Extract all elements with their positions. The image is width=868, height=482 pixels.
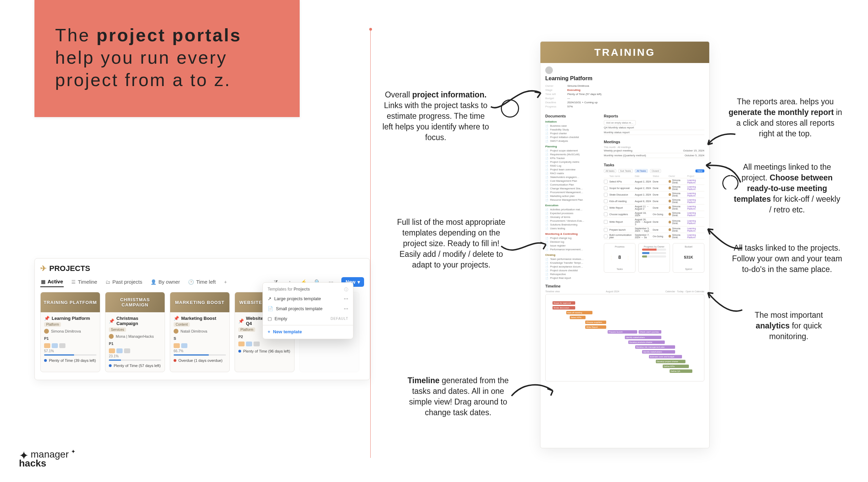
project-card[interactable]: MARKETING BOOST 📌Marketing Boost Content…: [170, 292, 230, 372]
doc-item[interactable]: Resource Management Plan: [545, 198, 600, 202]
card-name: Learning Platform: [52, 316, 90, 321]
meetings-filter[interactable]: This month: [604, 146, 616, 148]
doc-item[interactable]: Requirements (MoSCoW): [545, 153, 600, 156]
doc-item[interactable]: Knowledge Transfer Templ…: [545, 261, 600, 265]
badge-icon: [246, 342, 252, 346]
ann-timeline: Timeline generated from the tasks and da…: [406, 375, 510, 418]
doc-item[interactable]: Procurement / Vendors Eva…: [545, 219, 600, 223]
doc-item[interactable]: Stakeholders engagem…: [545, 175, 600, 179]
info-icon[interactable]: ⓘ: [344, 287, 348, 293]
tpl-small[interactable]: 📄Small projects template⋯: [263, 304, 353, 314]
checkbox[interactable]: [604, 199, 608, 203]
badge-icon: [124, 348, 130, 353]
vertical-divider: [370, 29, 371, 458]
card-category: Platform: [238, 327, 255, 332]
table-row[interactable]: Kick-off meetingAugust 8, 2024DoneSimona…: [604, 198, 704, 205]
add-report-button[interactable]: Add an empty status re…: [604, 120, 636, 125]
tpl-large[interactable]: ↗Large projects template⋯: [263, 294, 353, 304]
doc-item[interactable]: Project final report: [545, 276, 600, 280]
tl-open[interactable]: Open in Calendar: [685, 290, 704, 293]
table-row[interactable]: Select KPIsAugust 2, 2024DoneSimona Dimi…: [604, 178, 704, 185]
more-icon[interactable]: ⋯: [344, 296, 348, 301]
doc-item[interactable]: Decision log: [545, 240, 600, 244]
tab-add[interactable]: +: [223, 277, 227, 287]
checkbox[interactable]: [604, 206, 608, 210]
report-row[interactable]: Monthly status report: [604, 130, 704, 135]
checkbox[interactable]: [604, 180, 608, 184]
doc-item[interactable]: Activities prioritization mat…: [545, 208, 600, 211]
doc-item[interactable]: KPIs Tracker: [545, 156, 600, 160]
tpl-new[interactable]: +New template: [263, 327, 353, 337]
tpl-empty[interactable]: ▢EmptyDEFAULT: [263, 314, 353, 324]
checkbox[interactable]: [604, 212, 608, 216]
doc-item[interactable]: Cost Management Plan: [545, 179, 600, 183]
doc-item[interactable]: Procurement Management…: [545, 190, 600, 194]
doc-item[interactable]: Project team overview: [545, 168, 600, 171]
doc-item[interactable]: Glossary of terms: [545, 215, 600, 219]
doc-item[interactable]: Project closure checklist: [545, 269, 600, 272]
table-row[interactable]: Write ReportAugust 11 → August 2DoneSimo…: [604, 205, 704, 211]
checkbox[interactable]: [604, 228, 608, 232]
tab-timeline[interactable]: ☰Timeline: [71, 277, 98, 287]
doc-item[interactable]: Project scope statement: [545, 149, 600, 153]
meeting-row[interactable]: Weekly project meetingOctober 15, 2024: [604, 148, 704, 153]
doc-item[interactable]: Business case: [545, 124, 600, 128]
sec-meetings: Meetings: [604, 140, 704, 144]
table-row[interactable]: Strate DiscussionAugust 2, 2024DoneSimon…: [604, 191, 704, 198]
checkbox[interactable]: [604, 186, 608, 190]
avatar-icon: [669, 228, 671, 231]
meetings-count[interactable]: All meetings: [618, 146, 631, 148]
card-timeleft: Plenty of Time (39 days left): [49, 358, 96, 363]
task-filter[interactable]: All Tasks: [635, 169, 648, 173]
doc-item[interactable]: Project acceptance docum…: [545, 265, 600, 269]
checkbox[interactable]: [604, 193, 608, 197]
doc-item[interactable]: Project change log: [545, 236, 600, 240]
checkbox[interactable]: [604, 220, 608, 224]
doc-item[interactable]: Solutions Brainstorming: [545, 223, 600, 227]
chart-budget: Budget $31K Spend: [673, 243, 704, 273]
task-new-button[interactable]: New: [695, 169, 704, 172]
doc-item[interactable]: Project charter: [545, 132, 600, 135]
tab-timeleft[interactable]: 🕑Time left: [187, 277, 216, 287]
doc-item[interactable]: SWOT Analysis: [545, 139, 600, 143]
task-filter[interactable]: Sub Tasks: [618, 169, 633, 173]
doc-item[interactable]: Change Management Stra…: [545, 187, 600, 190]
table-row[interactable]: Scope for approvalAugust 2, 2024DoneSimo…: [604, 185, 704, 191]
timeline-chart[interactable]: Scope for approval Strate discussion Kic…: [545, 294, 704, 381]
doc-item[interactable]: Project Complexity metrix: [545, 160, 600, 164]
tab-past[interactable]: 🗂Past projects: [105, 277, 143, 287]
phase-execution: Execution: [545, 204, 600, 207]
doc-item[interactable]: Issue register: [545, 244, 600, 248]
task-filter[interactable]: Closed: [650, 169, 661, 173]
tab-active[interactable]: ▦Active: [40, 276, 64, 287]
tl-calendar[interactable]: Calendar: [665, 290, 675, 293]
tab-byowner[interactable]: 👤By owner: [150, 277, 181, 287]
popover-header: Templates for Projects ⓘ: [263, 285, 353, 294]
status-dot-icon: [174, 359, 176, 362]
more-icon[interactable]: ⋯: [344, 306, 348, 311]
tl-view[interactable]: Timeline view: [545, 290, 560, 293]
table-row[interactable]: Prepare launchSeptember 3, 2024 → Sept.D…: [604, 227, 704, 233]
project-card[interactable]: TRAINING PLATFORM 📌Learning Platform Pla…: [40, 292, 100, 372]
doc-item[interactable]: RACI matrix: [545, 171, 600, 175]
doc-item[interactable]: Feasibility Study: [545, 128, 600, 132]
doc-item[interactable]: Performance improvement…: [545, 248, 600, 251]
doc-item[interactable]: Marketing action plan: [545, 194, 600, 198]
doc-item[interactable]: Retrospective: [545, 272, 600, 276]
checkbox[interactable]: [604, 234, 608, 238]
project-card[interactable]: CHRISTMAS CAMPAIGN 📌Christmas Campaign S…: [105, 292, 165, 372]
table-row[interactable]: Build communication planSeptember 7, 202…: [604, 233, 704, 240]
badge-icon: [254, 342, 260, 346]
doc-item[interactable]: Project initiation checklist: [545, 135, 600, 139]
table-row[interactable]: Write ReportAugust 26, 2024 → August 3Do…: [604, 218, 704, 227]
doc-item[interactable]: Expected processes: [545, 211, 600, 215]
doc-item[interactable]: Team performance reviews…: [545, 257, 600, 261]
tl-today[interactable]: Today: [677, 290, 684, 293]
meeting-row[interactable]: Monthly review (Quarterly method)October…: [604, 153, 704, 158]
doc-item[interactable]: RAID Log: [545, 164, 600, 168]
table-row[interactable]: Choose suppliersAugust 18, 2024On-GoingS…: [604, 211, 704, 218]
doc-item[interactable]: Users testing: [545, 227, 600, 230]
report-row[interactable]: Q4 Monthly status report: [604, 125, 704, 130]
doc-item[interactable]: Communication Plan: [545, 183, 600, 187]
task-filter[interactable]: All tasks: [604, 169, 616, 173]
